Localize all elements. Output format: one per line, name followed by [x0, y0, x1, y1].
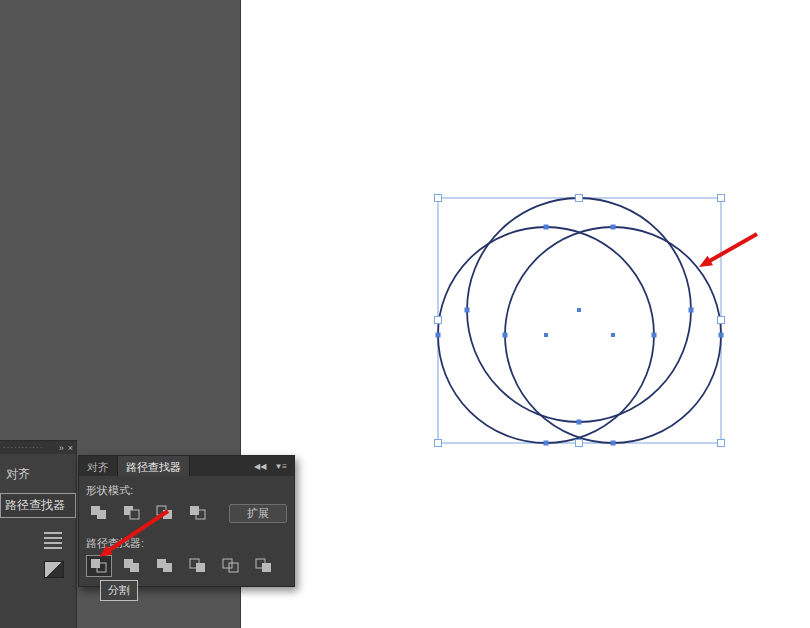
dock-header: ··········· » × — [0, 441, 76, 454]
pathfinders-label: 路径查找器: — [86, 536, 287, 551]
crop-button[interactable] — [185, 555, 211, 577]
minus-back-icon — [255, 558, 273, 574]
minus-back-button[interactable] — [251, 555, 277, 577]
pathfinder-buttons — [86, 555, 287, 577]
dock-item-align[interactable]: 对齐 — [0, 454, 76, 491]
expand-button[interactable]: 扩展 — [229, 504, 287, 523]
crop-icon — [189, 558, 207, 574]
shape-modes-label: 形状模式: — [86, 483, 287, 498]
unite-icon — [90, 505, 108, 521]
artwork-svg[interactable] — [241, 0, 810, 628]
outline-icon — [222, 558, 240, 574]
artboard[interactable] — [240, 0, 810, 628]
tab-pathfinder[interactable]: 路径查找器 — [117, 456, 190, 476]
paragraph-lines-icon[interactable] — [44, 532, 68, 549]
tab-align[interactable]: 对齐 — [79, 456, 117, 476]
dock-close-icon[interactable]: × — [68, 443, 73, 453]
panel-collapse-icon[interactable]: ◀◀ — [254, 462, 266, 471]
exclude-button[interactable] — [185, 502, 211, 524]
minus-front-icon — [123, 505, 141, 521]
trim-button[interactable] — [119, 555, 145, 577]
illustrator-workspace: ··········· » × 对齐 路径查找器 对齐 路径查找器 ◀◀ ▼≡ … — [0, 0, 810, 628]
gradient-icon[interactable] — [44, 561, 64, 578]
panel-tabbar: 对齐 路径查找器 ◀◀ ▼≡ — [79, 456, 294, 476]
shape-mode-buttons — [86, 502, 211, 524]
panel-body: 形状模式: 扩展 路径查找器: — [79, 476, 294, 586]
exclude-icon — [189, 505, 207, 521]
divide-icon — [90, 558, 108, 574]
outline-button[interactable] — [218, 555, 244, 577]
trim-icon — [123, 558, 141, 574]
merge-icon — [156, 558, 174, 574]
dock-drag-area[interactable]: ··········· — [3, 443, 55, 452]
divide-button[interactable] — [86, 555, 112, 577]
minus-front-button[interactable] — [119, 502, 145, 524]
unite-button[interactable] — [86, 502, 112, 524]
collapsed-panel-dock: ··········· » × 对齐 路径查找器 — [0, 440, 77, 628]
dock-item-pathfinder[interactable]: 路径查找器 — [0, 493, 76, 518]
panel-menu-icon[interactable]: ▼≡ — [274, 462, 287, 471]
dock-collapse-icon[interactable]: » — [59, 443, 64, 453]
intersect-icon — [156, 505, 174, 521]
pathfinder-panel: 对齐 路径查找器 ◀◀ ▼≡ 形状模式: 扩展 路径查找器: — [78, 455, 295, 587]
intersect-button[interactable] — [152, 502, 178, 524]
divide-tooltip: 分割 — [100, 580, 138, 601]
merge-button[interactable] — [152, 555, 178, 577]
